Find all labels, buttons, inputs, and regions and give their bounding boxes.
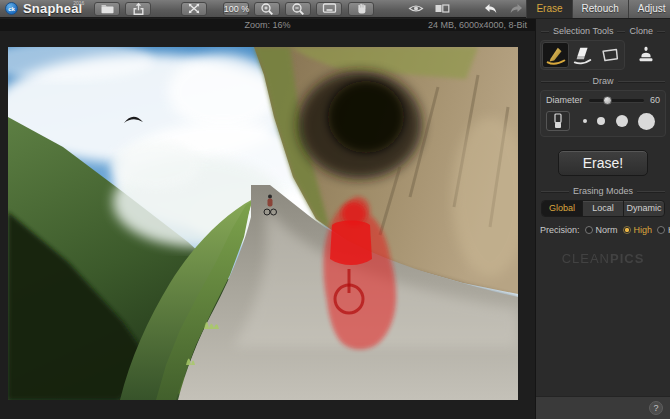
selection-tools-group: [540, 40, 625, 70]
export-icon: [131, 2, 146, 16]
crossed-arrows-icon: [187, 2, 201, 15]
sidebar: Selection Tools Clone: [535, 19, 670, 419]
split-view-icon: [434, 3, 450, 14]
watermark-prefix: CLEAN: [562, 251, 610, 266]
hand-icon: [355, 2, 368, 15]
diameter-slider[interactable]: [589, 99, 644, 102]
draw-header: Draw: [589, 76, 618, 86]
erase-action-button[interactable]: Erase!: [558, 150, 648, 176]
eraser-select-tool-button[interactable]: [569, 42, 596, 68]
tab-retouch[interactable]: Retouch: [573, 0, 629, 18]
clone-stamp-tool-button[interactable]: [632, 42, 659, 68]
precision-norm-radio[interactable]: Norm: [585, 225, 618, 235]
radio-selected-icon: [623, 226, 631, 234]
folder-icon: [100, 2, 115, 16]
diameter-value: 60: [650, 95, 660, 105]
mode-dynamic-button[interactable]: Dynamic: [624, 201, 664, 216]
year-badge: 2016: [73, 0, 84, 6]
brush-size-large-button[interactable]: [616, 115, 628, 127]
polygon-lasso-icon: [599, 44, 621, 66]
tab-adjust[interactable]: Adjust: [629, 0, 670, 18]
precision-norm-label: Norm: [596, 225, 618, 235]
erasing-modes-header: Erasing Modes: [569, 186, 637, 196]
precision-row: Precision: Norm High Highest: [540, 225, 666, 235]
zoom-level-label: 100 %: [224, 4, 250, 14]
zoom-out-button[interactable]: [285, 2, 311, 16]
eraser-icon: [572, 44, 594, 66]
precision-label: Precision:: [540, 225, 580, 235]
precision-high-label: High: [634, 225, 653, 235]
brush-size-xlarge-button[interactable]: [638, 113, 655, 130]
eraser-mode-button[interactable]: [546, 111, 570, 131]
creative-kit-logo-icon: ck: [5, 2, 18, 15]
preview-button[interactable]: [406, 3, 426, 14]
export-button[interactable]: [125, 2, 151, 16]
diameter-slider-thumb[interactable]: [603, 96, 612, 105]
image-info-text: 24 MB, 6000x4000, 8-Bit: [428, 20, 527, 30]
precision-high-radio[interactable]: High: [623, 225, 653, 235]
zoom-level-button[interactable]: 100 %: [223, 2, 249, 16]
brush-select-tool-button[interactable]: [542, 42, 569, 68]
diameter-label: Diameter: [546, 95, 583, 105]
radio-icon: [585, 226, 593, 234]
small-eraser-icon: [550, 112, 566, 130]
draw-settings-group: Diameter 60: [540, 90, 666, 137]
redo-icon: [509, 3, 524, 15]
eye-icon: [408, 3, 424, 14]
open-button[interactable]: [94, 2, 120, 16]
watermark-suffix: PICS: [610, 251, 644, 266]
app-logo: ck Snapheal 2016: [5, 1, 82, 16]
pan-button[interactable]: [348, 2, 374, 16]
compare-button[interactable]: [432, 3, 452, 14]
tab-erase[interactable]: Erase: [527, 0, 572, 18]
photo-canvas[interactable]: [8, 47, 518, 400]
mode-local-button[interactable]: Local: [583, 201, 624, 216]
polygon-lasso-tool-button[interactable]: [596, 42, 623, 68]
brush-size-medium-button[interactable]: [597, 117, 605, 125]
cleanpics-watermark: CLEANPICS: [536, 249, 670, 267]
status-bar: Zoom: 16% 24 MB, 6000x4000, 8-Bit: [0, 19, 535, 31]
app-window: ck Snapheal 2016 100 %: [0, 0, 670, 419]
mode-global-button[interactable]: Global: [542, 201, 583, 216]
transform-button[interactable]: [181, 2, 207, 16]
undo-button[interactable]: [480, 3, 500, 15]
zoom-in-icon: [260, 2, 274, 16]
mode-tabs: Erase Retouch Adjust: [526, 0, 670, 18]
precision-highest-radio[interactable]: Highest: [657, 225, 670, 235]
toolbar: ck Snapheal 2016 100 %: [0, 0, 670, 18]
fit-screen-button[interactable]: [316, 2, 342, 16]
clone-stamp-icon: [635, 44, 657, 66]
sidebar-footer: ?: [536, 396, 670, 419]
undo-icon: [483, 3, 498, 15]
clone-header: Clone: [625, 26, 657, 36]
help-button[interactable]: ?: [649, 401, 663, 415]
erasing-mode-segments: Global Local Dynamic: [541, 200, 665, 217]
zoom-in-button[interactable]: [254, 2, 280, 16]
selection-tools-header: Selection Tools: [549, 26, 617, 36]
brush-size-small-button[interactable]: [583, 119, 587, 123]
radio-icon: [657, 226, 665, 234]
redo-button[interactable]: [506, 3, 526, 15]
zoom-out-icon: [291, 2, 305, 16]
fit-screen-icon: [322, 2, 337, 15]
brush-pen-icon: [545, 44, 567, 66]
